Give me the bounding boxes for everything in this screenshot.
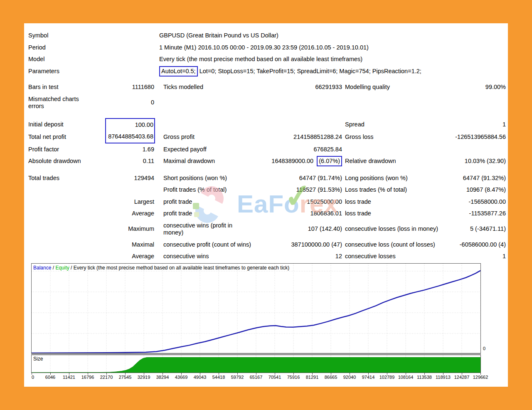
row-value: Maximal: [105, 239, 155, 251]
row-value: 1806836.01: [267, 207, 342, 220]
row-label: Gross loss: [342, 131, 449, 143]
row-value: -11535877.26: [449, 207, 506, 220]
x-tick-label: 22170: [100, 375, 113, 380]
legend-separator: /: [51, 265, 55, 271]
annotation-box: AutoLot=0.5;: [159, 66, 198, 77]
x-tick-label: 11421: [63, 375, 75, 380]
report-row: SymbolGBPUSD (Great Britain Pound vs US …: [28, 30, 508, 42]
row-label: loss trade: [342, 207, 449, 220]
size-axis-label: Size: [33, 356, 43, 362]
row-label: Mismatched charts errors: [28, 96, 105, 110]
row-value: 1: [449, 250, 506, 262]
row-value-text: 1648389000.00: [271, 158, 315, 164]
row-value: Largest: [105, 196, 155, 208]
row-value: 64747 (91.32%): [449, 172, 506, 184]
row-value: Average: [105, 207, 155, 220]
row-value: 64747 (91.74%): [267, 172, 342, 184]
row-value: 676825.84: [267, 143, 342, 156]
report-row: Initial deposit100.00Spread1: [28, 118, 508, 131]
report-info-rows: SymbolGBPUSD (Great Britain Pound vs US …: [28, 30, 508, 77]
x-tick-label: 108164: [398, 375, 414, 380]
row-label: Symbol: [28, 30, 159, 42]
row-label: consecutive loss (count of losses): [342, 239, 449, 251]
equity-legend-label: Equity: [55, 265, 69, 271]
x-tick-label: 113538: [417, 375, 432, 380]
row-value: -15658000.00: [449, 196, 506, 208]
row-value: 214158851288.24: [267, 131, 342, 143]
x-tick-label: 70541: [268, 375, 281, 380]
x-axis-labels: 0604611421167962217027545329193829443669…: [31, 375, 481, 380]
row-value: 12: [267, 250, 342, 262]
row-value: 10967 (8.47%): [449, 184, 506, 196]
row-value: 129494: [105, 172, 155, 184]
row-value-text: Lot=0; StopLoss=15; TakeProfit=15; Sprea…: [198, 68, 421, 74]
row-value: 1.69: [105, 143, 155, 156]
row-label: Model: [28, 53, 159, 65]
row-value: 15025000.00: [267, 196, 342, 208]
row-label: consecutive wins (profit in money): [163, 222, 244, 236]
chart-legend: Balance / Equity / Every tick (the most …: [33, 265, 289, 271]
row-value: Every tick (the most precise method base…: [159, 53, 508, 65]
row-value: 87644885403.68: [105, 131, 155, 143]
report-row: Bars in test1111680Ticks modelled6629193…: [28, 81, 508, 93]
row-label: Expected payoff: [155, 143, 267, 156]
x-tick-label: 32919: [138, 375, 150, 380]
row-label: Total net profit: [28, 131, 105, 143]
backtest-report-panel: SymbolGBPUSD (Great Britain Pound vs US …: [24, 23, 508, 387]
row-label: Mismatched charts errors: [28, 96, 91, 110]
x-tick-label: 49043: [194, 375, 207, 380]
row-label: Total trades: [28, 172, 105, 184]
row-label: Ticks modelled: [155, 81, 267, 93]
x-tick-label: 0: [32, 375, 34, 380]
row-value: 118527 (91.53%): [267, 184, 342, 196]
report-row: ModelEvery tick (the most precise method…: [28, 53, 508, 65]
balance-plot-area: Balance / Equity / Every tick (the most …: [31, 263, 481, 353]
row-value: 0: [105, 99, 155, 106]
report-row: Total trades129494Short positions (won %…: [28, 172, 508, 184]
row-label: consecutive wins (profit in money): [155, 222, 267, 236]
report-row: Largestprofit trade15025000.00loss trade…: [28, 196, 508, 208]
row-value: 1648389000.00 (6.07%): [267, 155, 342, 167]
page-background: { "page": { "frame_color": "#f6992f", "p…: [0, 0, 532, 410]
balance-curve-svg: [32, 264, 480, 353]
report-row: Total net profit87644885403.68Gross prof…: [28, 131, 508, 143]
y-axis-zero-label: 0: [483, 346, 485, 351]
x-tick-label: 16796: [81, 375, 94, 380]
row-value: 387100000.00 (47): [267, 239, 342, 251]
row-label: Short positions (won %): [155, 172, 267, 184]
x-tick-label: 118913: [436, 375, 451, 380]
report-table: SymbolGBPUSD (Great Britain Pound vs US …: [24, 23, 508, 262]
size-area: [32, 358, 480, 373]
x-tick-label: 102789: [379, 375, 395, 380]
row-label: Bars in test: [28, 81, 105, 93]
x-tick-label: 27545: [119, 375, 132, 380]
legend-separator: /: [69, 265, 74, 271]
row-value: 1 Minute (M1) 2016.10.05 00:00 - 2019.09…: [159, 42, 508, 54]
report-row: Averageconsecutive wins12consecutive los…: [28, 250, 508, 262]
x-tick-label: 86665: [325, 375, 337, 380]
row-label: Loss trades (% of total): [342, 184, 449, 196]
x-tick-label: 97414: [362, 375, 375, 380]
row-label: loss trade: [342, 196, 449, 208]
x-tick-label: 54418: [212, 375, 225, 380]
x-tick-label: 81291: [306, 375, 319, 380]
row-label: Relative drawdown: [342, 155, 449, 167]
balance-curve: [32, 271, 480, 353]
x-tick-label: 129662: [473, 375, 488, 380]
row-label: consecutive profit (count of wins): [155, 239, 267, 251]
row-value: Average: [105, 250, 155, 262]
row-label: profit trade: [155, 207, 267, 220]
row-label: Long positions (won %): [342, 172, 449, 184]
x-tick-label: 6046: [45, 375, 55, 380]
row-value: -126513965884.56: [449, 131, 506, 143]
row-label: Profit factor: [28, 143, 105, 156]
size-subchart: Size: [31, 355, 481, 373]
x-tick-label: 65167: [250, 375, 263, 380]
x-tick-label: 92040: [343, 375, 356, 380]
report-row: Averageprofit trade1806836.01loss trade-…: [28, 207, 508, 220]
balance-legend-label: Balance: [33, 265, 51, 271]
balance-equity-chart: Balance / Equity / Every tick (the most …: [31, 263, 481, 380]
row-value: 99.00%: [449, 81, 506, 93]
row-value: AutoLot=0.5; Lot=0; StopLoss=15; TakePro…: [159, 65, 508, 77]
row-value: 1: [449, 119, 506, 131]
